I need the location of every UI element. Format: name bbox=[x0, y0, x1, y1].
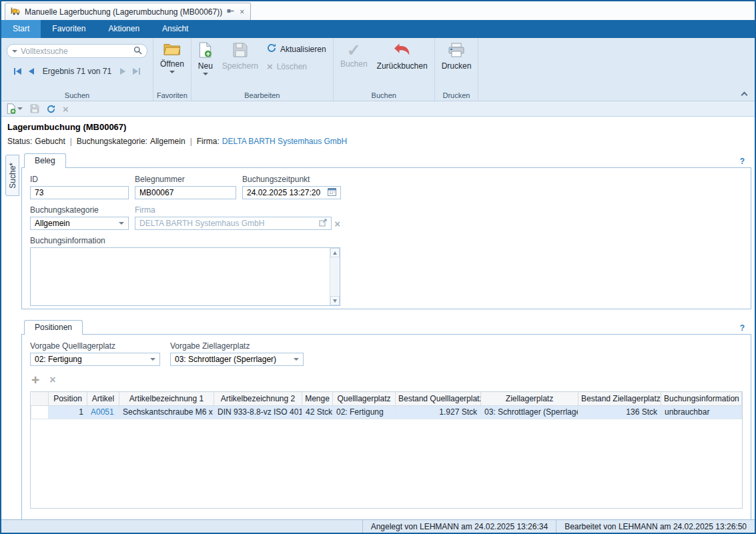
buchungskategorie-value: Allgemein bbox=[35, 219, 116, 228]
ribbon: Ergebnis 71 von 71 Suchen Öffnen Favorit… bbox=[1, 38, 755, 101]
collapse-ribbon-button[interactable] bbox=[739, 89, 749, 97]
company-link[interactable]: DELTA BARTH Systemhaus GmbH bbox=[222, 137, 347, 146]
beleg-panel: Beleg ? ID 73 Belegnummer MB00067 Buchun… bbox=[21, 153, 751, 309]
ribbon-menubar: Start Favoriten Aktionen Ansicht bbox=[1, 20, 755, 38]
column-header-menge[interactable]: Menge bbox=[302, 392, 333, 405]
save-button[interactable]: Speichern bbox=[218, 38, 263, 71]
first-result-button[interactable] bbox=[13, 68, 23, 75]
memo-scrollbar[interactable] bbox=[330, 248, 340, 305]
menu-tab-start[interactable]: Start bbox=[1, 20, 41, 38]
created-info: Angelegt von LEHMANN am 24.02.2025 13:26… bbox=[362, 520, 556, 533]
small-buttons-column: Aktualisieren × Löschen bbox=[263, 38, 331, 71]
menu-tab-ansicht[interactable]: Ansicht bbox=[151, 20, 200, 38]
buchungsinformation-textarea[interactable] bbox=[30, 247, 340, 306]
buchungskategorie-combobox[interactable]: Allgemein bbox=[30, 217, 129, 230]
modified-info: Bearbeitet von LEHMANN am 24.02.2025 13:… bbox=[556, 520, 755, 533]
column-header-quelllagerplatz[interactable]: Quelllagerplatz bbox=[333, 392, 396, 405]
ribbon-group-bearbeiten: Neu Speichern bbox=[192, 38, 334, 101]
row-selector-cell[interactable] bbox=[31, 405, 49, 419]
book-button[interactable]: ✓ Buchen bbox=[336, 38, 372, 69]
calendar-icon[interactable] bbox=[328, 187, 336, 198]
column-header-ziellagerplatz[interactable]: Ziellagerplatz bbox=[481, 392, 579, 405]
quick-new-button[interactable] bbox=[7, 103, 23, 114]
chevron-down-icon bbox=[169, 71, 175, 73]
search-input[interactable] bbox=[21, 47, 130, 56]
cell-buchungsinformation[interactable]: unbrauchbar bbox=[661, 405, 742, 419]
scroll-down-button[interactable] bbox=[330, 296, 340, 305]
positionen-panel: Positionen ? Vorgabe Quelllagerplatz 02:… bbox=[21, 320, 751, 520]
table-row[interactable]: 1 A0051 Sechskantschraube M6 x 12 DIN 93… bbox=[31, 405, 742, 419]
pin-icon[interactable] bbox=[226, 7, 235, 16]
open-record-icon[interactable] bbox=[319, 219, 327, 229]
cell-artikelbezeichnung2[interactable]: DIN 933-8.8-vz ISO 4017 bbox=[214, 405, 302, 419]
new-button[interactable]: Neu bbox=[194, 38, 218, 75]
search-dropdown-icon[interactable] bbox=[12, 50, 17, 53]
statusbar: Angelegt von LEHMANN am 24.02.2025 13:26… bbox=[1, 519, 755, 533]
id-field[interactable]: 73 bbox=[30, 186, 129, 199]
group-label-favoriten: Favoriten bbox=[153, 91, 191, 99]
clear-firma-icon[interactable]: × bbox=[334, 219, 340, 229]
document-tab-title: Manuelle Lagerbuchung (Lagerumbuchung (M… bbox=[25, 7, 222, 17]
cell-artikel[interactable]: A0051 bbox=[87, 405, 119, 419]
cell-quelllagerplatz[interactable]: 02: Fertigung bbox=[333, 405, 396, 419]
group-label-buchen: Buchen bbox=[334, 91, 434, 99]
column-header-artikelbezeichnung1[interactable]: Artikelbezeichnung 1 bbox=[119, 392, 214, 405]
open-button[interactable]: Öffnen bbox=[155, 38, 189, 73]
column-header-artikelbezeichnung2[interactable]: Artikelbezeichnung 2 bbox=[214, 392, 302, 405]
refresh-button[interactable]: Aktualisieren bbox=[267, 43, 327, 55]
cell-menge[interactable]: 42 Stck bbox=[302, 405, 333, 419]
firma-field[interactable]: DELTA BARTH Systemhaus GmbH bbox=[135, 217, 332, 230]
search-icon[interactable] bbox=[133, 46, 142, 57]
row-toolbar: + × bbox=[31, 374, 743, 386]
close-icon[interactable]: × bbox=[239, 8, 245, 16]
delete-icon: × bbox=[267, 61, 273, 71]
print-button[interactable]: Drucken bbox=[437, 38, 476, 71]
column-header-position[interactable]: Position bbox=[49, 392, 87, 405]
ribbon-group-favoriten: Öffnen Favoriten bbox=[153, 38, 192, 101]
column-header-artikel[interactable]: Artikel bbox=[87, 392, 119, 405]
delete-button-label: Löschen bbox=[277, 62, 307, 71]
column-header-buchungsinformation[interactable]: Buchungsinformation bbox=[661, 392, 742, 405]
belegnummer-field[interactable]: MB00067 bbox=[135, 186, 236, 199]
scroll-up-button[interactable] bbox=[330, 248, 340, 257]
menu-tab-aktionen[interactable]: Aktionen bbox=[97, 20, 151, 38]
delete-button[interactable]: × Löschen bbox=[267, 61, 327, 71]
quick-refresh-button[interactable] bbox=[47, 105, 55, 113]
column-header-bestand-quelllagerplatz[interactable]: Bestand Quelllagerplatz bbox=[396, 392, 481, 405]
quick-delete-button[interactable]: × bbox=[63, 104, 69, 114]
next-result-button[interactable] bbox=[119, 68, 127, 75]
tab-beleg[interactable]: Beleg bbox=[24, 153, 66, 168]
vorgabe-quelllagerplatz-combobox[interactable]: 02: Fertigung bbox=[30, 353, 160, 366]
id-label: ID bbox=[30, 175, 129, 184]
quick-save-button[interactable] bbox=[30, 104, 39, 113]
content-area: Suche* Beleg ? ID 73 Belegnummer MB00067 bbox=[1, 149, 755, 519]
side-tab-suche[interactable]: Suche* bbox=[5, 155, 19, 196]
check-icon: ✓ bbox=[347, 42, 361, 58]
cell-ziellagerplatz[interactable]: 03: Schrottlager (Sperrlager) bbox=[481, 405, 579, 419]
last-result-button[interactable] bbox=[131, 68, 141, 75]
unbook-button[interactable]: Zurückbuchen bbox=[372, 38, 432, 71]
help-icon[interactable]: ? bbox=[740, 157, 751, 168]
chevron-up-icon bbox=[741, 91, 747, 98]
buchungszeitpunkt-field[interactable]: 24.02.2025 13:27:20 bbox=[242, 186, 341, 199]
chevron-down-icon[interactable] bbox=[150, 358, 155, 361]
cell-position[interactable]: 1 bbox=[49, 405, 87, 419]
fulltext-search-box[interactable] bbox=[7, 44, 147, 58]
help-icon[interactable]: ? bbox=[740, 323, 751, 335]
cell-artikelbezeichnung1[interactable]: Sechskantschraube M6 x 12 bbox=[119, 405, 214, 419]
undo-arrow-icon bbox=[394, 42, 411, 60]
tab-positionen[interactable]: Positionen bbox=[24, 320, 83, 335]
cell-bestand-quelllagerplatz[interactable]: 1.927 Stck bbox=[396, 405, 481, 419]
column-header-bestand-ziellagerplatz[interactable]: Bestand Ziellagerplatz bbox=[579, 392, 661, 405]
vorgabe-ziellagerplatz-combobox[interactable]: 03: Schrottlager (Sperrlager) bbox=[170, 353, 304, 366]
chevron-down-icon[interactable] bbox=[294, 358, 299, 361]
chevron-down-icon[interactable] bbox=[119, 222, 124, 225]
book-button-label: Buchen bbox=[340, 59, 368, 69]
remove-row-icon[interactable]: × bbox=[49, 375, 55, 385]
save-icon bbox=[232, 42, 248, 60]
previous-result-button[interactable] bbox=[27, 68, 35, 75]
menu-tab-favoriten[interactable]: Favoriten bbox=[41, 20, 97, 38]
add-row-icon[interactable]: + bbox=[31, 374, 39, 386]
document-tab[interactable]: Manuelle Lagerbuchung (Lagerumbuchung (M… bbox=[5, 3, 251, 20]
cell-bestand-ziellagerplatz[interactable]: 136 Stck bbox=[579, 405, 661, 419]
